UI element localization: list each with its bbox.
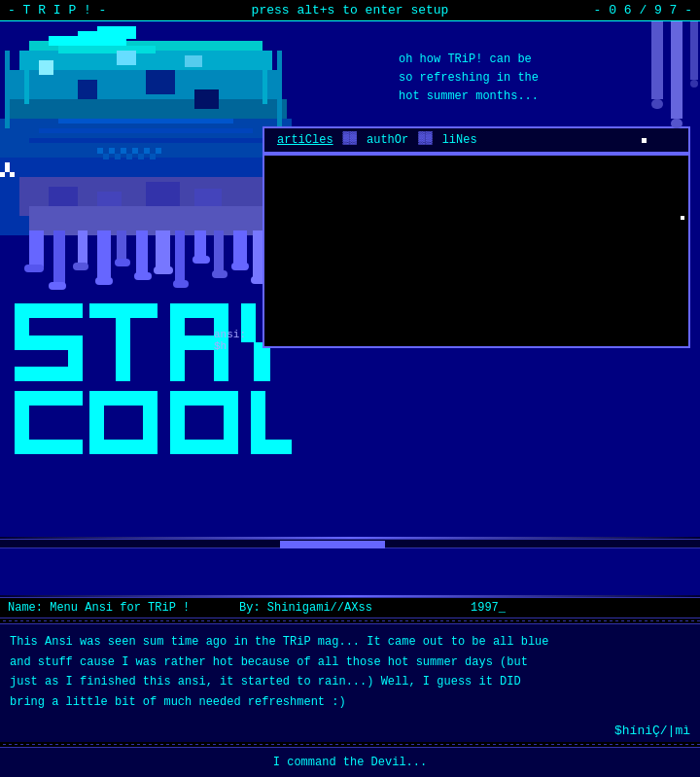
scroll-thumb[interactable] [280, 541, 385, 548]
description-text: This Ansi was seen sum time ago in the T… [10, 635, 549, 708]
svg-rect-64 [173, 280, 189, 288]
dashed-separator-2 [0, 744, 700, 745]
ansi-label: ansi: $h [214, 329, 246, 352]
svg-rect-22 [10, 172, 15, 177]
svg-rect-18 [185, 55, 202, 67]
scroll-bar[interactable] [0, 539, 700, 548]
svg-rect-55 [5, 51, 10, 128]
svg-rect-59 [73, 263, 88, 270]
by-value: Shinigami//AXss [267, 601, 372, 615]
svg-rect-35 [58, 119, 233, 124]
svg-rect-20 [5, 162, 10, 167]
file-name-section: Name: Menu Ansi for TRiP ! [8, 601, 229, 615]
tab-articles[interactable]: artiCles [269, 131, 341, 149]
svg-rect-24 [53, 230, 65, 284]
by-label: By: [239, 601, 261, 615]
name-label: Name: [8, 601, 43, 615]
svg-rect-85 [15, 440, 83, 454]
file-info: Name: Menu Ansi for TRiP ! By: Shinigami… [0, 597, 700, 618]
svg-rect-51 [146, 182, 180, 206]
svg-rect-105 [690, 80, 698, 88]
right-panel: oh how TRiP! can be so refreshing in the… [262, 51, 690, 348]
svg-rect-30 [175, 230, 185, 281]
svg-rect-107 [681, 216, 684, 220]
svg-rect-23 [29, 230, 44, 269]
svg-rect-15 [194, 89, 219, 109]
bottom-text: I command the Devil... [0, 747, 700, 777]
svg-rect-47 [138, 154, 144, 159]
svg-rect-57 [24, 265, 44, 272]
svg-rect-70 [15, 303, 29, 337]
svg-rect-101 [651, 99, 663, 109]
info-bar: Name: Menu Ansi for TRiP ! By: Shinigami… [0, 595, 700, 777]
svg-rect-36 [39, 128, 253, 133]
svg-rect-67 [231, 263, 249, 270]
svg-rect-48 [150, 154, 156, 159]
svg-rect-28 [136, 230, 148, 274]
svg-rect-17 [117, 51, 136, 65]
right-decoration [642, 21, 700, 410]
svg-rect-95 [251, 440, 292, 454]
svg-rect-63 [154, 266, 173, 274]
svg-rect-14 [146, 70, 175, 94]
svg-rect-102 [671, 21, 682, 119]
svg-rect-58 [49, 282, 66, 290]
instruction-text: press alt+s to enter setup [252, 3, 449, 18]
svg-rect-46 [126, 154, 132, 159]
svg-rect-103 [671, 119, 682, 128]
svg-rect-12 [58, 46, 156, 53]
svg-rect-43 [156, 148, 161, 154]
svg-rect-100 [651, 21, 663, 99]
main-area: ansi: $h oh how TRiP! can be so refreshi… [0, 21, 700, 537]
tab-author[interactable]: authOr [359, 131, 416, 149]
svg-rect-13 [78, 80, 97, 99]
svg-rect-26 [97, 230, 111, 279]
svg-rect-60 [95, 277, 113, 285]
svg-rect-72 [68, 336, 83, 370]
svg-rect-11 [97, 26, 136, 34]
svg-rect-42 [144, 148, 150, 154]
tab-lines[interactable]: liNes [435, 131, 485, 149]
svg-rect-25 [78, 230, 88, 265]
svg-rect-37 [29, 138, 262, 143]
svg-rect-32 [214, 230, 224, 271]
svg-rect-31 [194, 230, 206, 258]
svg-rect-21 [0, 172, 5, 177]
svg-rect-29 [156, 230, 170, 267]
svg-rect-49 [49, 187, 78, 206]
content-box [262, 154, 690, 348]
app-title: - T R I P ! - [8, 3, 106, 18]
svg-rect-38 [97, 148, 103, 154]
svg-rect-16 [39, 60, 53, 75]
year-value: 1997_ [471, 601, 692, 615]
svg-rect-93 [170, 440, 238, 454]
svg-rect-62 [134, 272, 152, 280]
svg-rect-44 [103, 154, 109, 159]
dashed-separator [0, 620, 700, 621]
svg-rect-53 [24, 65, 29, 104]
svg-rect-77 [170, 303, 228, 318]
svg-rect-104 [690, 21, 698, 80]
svg-rect-33 [233, 230, 247, 265]
svg-rect-74 [89, 303, 158, 318]
svg-rect-106 [642, 138, 647, 143]
ansi-art [0, 21, 292, 537]
top-bar: - T R I P ! - press alt+s to enter setup… [0, 0, 700, 21]
author-signature: $híniÇ/|mì [0, 720, 700, 742]
svg-rect-65 [192, 256, 210, 264]
issue-number: - 0 6 / 9 7 - [594, 3, 692, 18]
svg-rect-27 [117, 230, 126, 260]
svg-rect-73 [15, 367, 83, 381]
nav-tabs: artiCles ▓▓ authOr ▓▓ liNes [262, 126, 690, 154]
svg-rect-45 [115, 154, 121, 159]
svg-rect-41 [132, 148, 138, 154]
svg-rect-39 [109, 148, 115, 154]
svg-rect-89 [89, 440, 158, 454]
by-section: By: Shinigami//AXss [239, 601, 461, 615]
description-area: This Ansi was seen sum time ago in the T… [0, 623, 700, 720]
svg-rect-61 [115, 259, 130, 266]
svg-rect-66 [212, 270, 228, 278]
svg-rect-75 [116, 318, 130, 381]
name-value: Menu Ansi for TRiP ! [50, 601, 190, 615]
svg-rect-52 [194, 189, 222, 206]
